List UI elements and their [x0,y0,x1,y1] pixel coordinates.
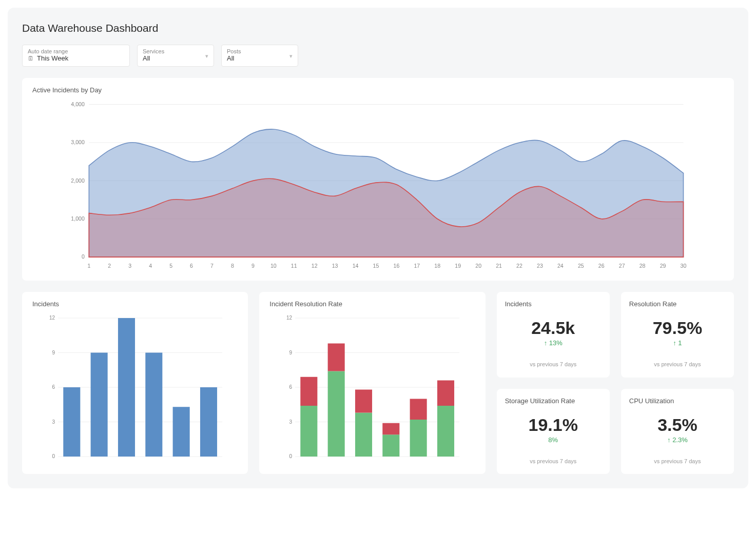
svg-text:24: 24 [557,263,564,269]
svg-text:3,000: 3,000 [71,139,85,145]
svg-rect-76 [437,406,454,457]
stat-title: Incidents [505,300,602,308]
filter-label: Posts [227,48,293,54]
svg-text:9: 9 [52,350,55,355]
stat-delta: ↑ 2.3% [629,436,726,444]
card-title: Active Incidents by Day [32,86,724,94]
date-range-select[interactable]: Auto date range 🗓 This Week [22,45,130,67]
svg-text:2: 2 [108,263,111,269]
svg-text:18: 18 [434,263,440,269]
stat-incidents: Incidents 24.5k ↑ 13% vs previous 7 days [497,292,610,378]
svg-text:5: 5 [169,263,172,269]
calendar-icon: 🗓 [28,55,34,62]
svg-text:23: 23 [537,263,543,269]
svg-rect-55 [200,387,217,457]
filter-value: All [143,54,208,62]
svg-text:25: 25 [578,263,584,269]
svg-text:10: 10 [270,263,277,269]
svg-rect-75 [410,399,427,420]
svg-rect-74 [410,420,427,457]
stat-sub: vs previous 7 days [629,361,726,367]
svg-rect-54 [173,407,190,457]
svg-text:7: 7 [210,263,214,269]
page-title: Data Warehouse Dashboard [22,22,734,34]
svg-text:8: 8 [231,263,234,269]
svg-text:22: 22 [516,263,522,269]
stat-sub: vs previous 7 days [505,361,602,367]
bar-chart-card: Incidents 036912 [22,292,248,474]
dashboard: Data Warehouse Dashboard Auto date range… [8,8,748,488]
stat-value: 3.5% [629,415,726,435]
svg-rect-50 [63,387,80,457]
svg-text:12: 12 [49,315,55,321]
filter-label: Auto date range [28,48,124,54]
svg-text:9: 9 [289,350,293,355]
card-title: Incidents [32,300,238,308]
svg-text:21: 21 [496,263,502,269]
area-chart: 01,0002,0003,0004,0001234567891011121314… [32,99,724,273]
stat-cpu: CPU Utilization 3.5% ↑ 2.3% vs previous … [621,389,734,474]
svg-text:30: 30 [681,263,687,269]
svg-rect-51 [91,353,108,457]
svg-text:26: 26 [598,263,605,269]
stat-title: CPU Utilization [629,397,726,405]
svg-text:15: 15 [373,263,379,269]
stacked-chart-card: Incident Resolution Rate 036912 [259,292,485,474]
bar-chart: 036912 [32,313,238,467]
svg-text:12: 12 [312,263,318,269]
stat-value: 19.1% [505,415,602,435]
svg-rect-66 [301,406,318,457]
svg-text:13: 13 [332,263,338,269]
svg-text:16: 16 [393,263,399,269]
svg-text:3: 3 [128,263,131,269]
card-title: Incident Resolution Rate [269,300,475,308]
svg-text:19: 19 [455,263,461,269]
svg-rect-67 [301,377,318,406]
svg-rect-68 [328,371,345,457]
posts-select[interactable]: Posts All ▾ [221,45,298,67]
svg-text:29: 29 [660,263,666,269]
stat-value: 79.5% [629,318,726,338]
svg-text:28: 28 [639,263,646,269]
svg-text:0: 0 [52,453,55,459]
filter-label: Services [143,48,208,54]
svg-text:3: 3 [52,419,55,425]
svg-rect-69 [328,344,345,371]
svg-text:0: 0 [289,453,293,459]
services-select[interactable]: Services All ▾ [137,45,214,67]
svg-text:6: 6 [52,384,55,390]
svg-text:6: 6 [289,384,293,390]
svg-text:3: 3 [289,419,293,425]
stat-delta: 8% [505,436,602,444]
stat-delta: ↑ 13% [505,339,602,347]
svg-text:6: 6 [190,263,193,269]
chevron-down-icon: ▾ [289,52,293,59]
stat-storage: Storage Utilization Rate 19.1% 8% vs pre… [497,389,610,474]
stacked-bar-chart: 036912 [269,313,475,467]
filter-value: All [227,54,293,62]
chevron-down-icon: ▾ [205,52,208,59]
svg-rect-71 [355,390,372,413]
svg-text:11: 11 [291,263,297,269]
svg-text:0: 0 [82,253,85,260]
svg-text:2,000: 2,000 [71,177,85,184]
svg-text:1,000: 1,000 [71,215,85,222]
svg-text:20: 20 [475,263,481,269]
stat-cards: Incidents 24.5k ↑ 13% vs previous 7 days… [497,292,734,474]
svg-rect-72 [383,434,400,457]
filter-row: Auto date range 🗓 This Week Services All… [22,45,734,67]
svg-text:4,000: 4,000 [71,101,85,107]
svg-text:9: 9 [251,263,255,269]
stat-title: Resolution Rate [629,300,726,308]
svg-rect-53 [145,353,162,457]
svg-rect-52 [118,318,135,457]
stat-value: 24.5k [505,318,602,338]
filter-value: 🗓 This Week [28,54,124,62]
svg-text:17: 17 [414,263,420,269]
stat-delta: ↑ 1 [629,339,726,347]
svg-rect-73 [383,423,400,435]
svg-text:1: 1 [87,263,90,269]
svg-text:14: 14 [353,263,359,269]
area-chart-card: Active Incidents by Day 01,0002,0003,000… [22,78,734,281]
date-range-value: This Week [37,54,68,62]
